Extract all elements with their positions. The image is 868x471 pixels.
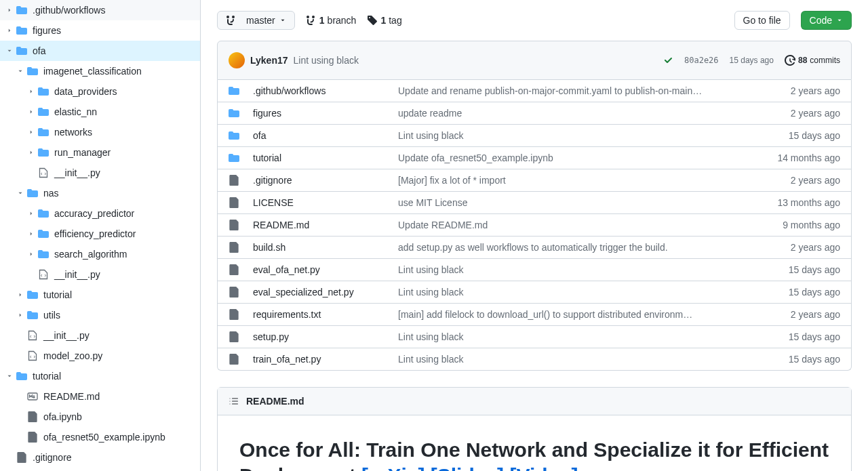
- commits-link[interactable]: 88 commits: [785, 55, 840, 66]
- commit-author[interactable]: Lyken17: [250, 55, 288, 66]
- readme-link-arxiv[interactable]: [arXiv]: [361, 464, 425, 472]
- tree-item[interactable]: tutorial: [0, 366, 200, 386]
- tree-item[interactable]: ofa_resnet50_example.ipynb: [0, 427, 200, 447]
- file-name-link[interactable]: tutorial: [253, 152, 281, 163]
- tree-item[interactable]: __init__.py: [0, 325, 200, 346]
- chevron-down-icon[interactable]: [16, 188, 24, 199]
- tree-item[interactable]: LICENSE: [0, 468, 200, 471]
- commit-sha[interactable]: 80a2e26: [684, 56, 719, 65]
- file-name-link[interactable]: README.md: [253, 220, 309, 230]
- commit-message-link[interactable]: [main] add filelock to download_url() to…: [398, 309, 759, 320]
- commit-message-link[interactable]: Lint using black: [398, 130, 759, 141]
- commit-message-link[interactable]: Lint using black: [398, 287, 759, 298]
- tree-item[interactable]: README.md: [0, 386, 200, 407]
- chevron-down-icon[interactable]: [5, 45, 14, 56]
- chevron-right-icon[interactable]: [27, 208, 35, 219]
- avatar[interactable]: [229, 52, 245, 68]
- check-icon[interactable]: [663, 55, 673, 66]
- file-name-link[interactable]: train_ofa_net.py: [253, 354, 321, 365]
- chevron-down-icon[interactable]: [5, 371, 14, 382]
- readme-link-slides[interactable]: [Slides]: [431, 464, 504, 472]
- tree-item[interactable]: __init__.py: [0, 163, 200, 183]
- tree-item[interactable]: accuracy_predictor: [0, 203, 200, 224]
- code-button[interactable]: Code: [801, 11, 852, 30]
- file-name-link[interactable]: ofa: [253, 130, 266, 141]
- commit-message-link[interactable]: Update ofa_resnet50_example.ipynb: [398, 152, 759, 163]
- tree-item[interactable]: search_algorithm: [0, 244, 200, 264]
- file-name-link[interactable]: eval_specialized_net.py: [253, 287, 354, 298]
- table-row: tutorialUpdate ofa_resnet50_example.ipyn…: [218, 146, 851, 169]
- file-tree-sidebar[interactable]: .github/workflowsfiguresofaimagenet_clas…: [0, 0, 201, 471]
- chevron-right-icon[interactable]: [27, 249, 35, 260]
- commit-message-link[interactable]: Lint using black: [398, 354, 759, 365]
- tree-item[interactable]: nas: [0, 183, 200, 203]
- file-name-link[interactable]: requirements.txt: [253, 309, 321, 320]
- file-name-link[interactable]: build.sh: [253, 242, 285, 253]
- commit-message-link[interactable]: use MIT License: [398, 197, 759, 208]
- tree-item[interactable]: elastic_nn: [0, 102, 200, 122]
- tree-label: utils: [43, 308, 60, 323]
- tree-item[interactable]: efficiency_predictor: [0, 224, 200, 244]
- commit-message-link[interactable]: add setup.py as well workflows to automa…: [398, 242, 759, 253]
- tags-link[interactable]: 1 tag: [367, 15, 401, 26]
- chevron-right-icon[interactable]: [27, 106, 35, 117]
- file-name-link[interactable]: LICENSE: [253, 197, 294, 208]
- chevron-right-icon[interactable]: [27, 228, 35, 239]
- commit-message-link[interactable]: [Major] fix a lot of * import: [398, 175, 759, 186]
- tree-item[interactable]: figures: [0, 20, 200, 41]
- chevron-right-icon[interactable]: [5, 25, 14, 36]
- go-to-file-button[interactable]: Go to file: [734, 11, 790, 30]
- tree-label: accuracy_predictor: [54, 206, 134, 221]
- table-row: figuresupdate readme2 years ago: [218, 102, 851, 124]
- file-name-link[interactable]: .gitignore: [253, 175, 292, 186]
- chevron-down-icon[interactable]: [16, 66, 24, 77]
- tree-item[interactable]: ofa: [0, 41, 200, 61]
- commit-message-link[interactable]: Lint using black: [398, 264, 759, 275]
- commit-message[interactable]: Lint using black: [294, 55, 359, 66]
- tree-item[interactable]: utils: [0, 305, 200, 325]
- tree-label: README.md: [43, 389, 100, 404]
- tree-item[interactable]: data_providers: [0, 81, 200, 102]
- folder-icon: [38, 86, 49, 97]
- chevron-right-icon[interactable]: [16, 310, 24, 321]
- list-icon[interactable]: [229, 396, 239, 407]
- chevron-spacer: [5, 452, 14, 463]
- folder-icon: [27, 289, 38, 300]
- tree-item[interactable]: imagenet_classification: [0, 61, 200, 81]
- file-icon: [229, 287, 239, 298]
- commit-message-link[interactable]: Lint using black: [398, 331, 759, 342]
- branch-select-button[interactable]: master: [217, 11, 295, 30]
- file-name-link[interactable]: figures: [253, 108, 281, 119]
- chevron-spacer: [16, 350, 24, 361]
- file-date: 2 years ago: [759, 309, 840, 320]
- table-row: .github/workflowsUpdate and rename publi…: [218, 80, 851, 102]
- chevron-right-icon[interactable]: [5, 5, 14, 16]
- file-name-link[interactable]: eval_ofa_net.py: [253, 264, 320, 275]
- file-date: 15 days ago: [759, 287, 840, 298]
- chevron-right-icon[interactable]: [27, 127, 35, 138]
- branches-link[interactable]: 1 branch: [306, 15, 357, 26]
- history-icon: [785, 55, 795, 66]
- folder-icon: [16, 5, 27, 16]
- chevron-right-icon[interactable]: [16, 289, 24, 300]
- tree-item[interactable]: .gitignore: [0, 447, 200, 468]
- file-name-link[interactable]: .github/workflows: [253, 85, 326, 96]
- commit-message-link[interactable]: Update and rename publish-on-major-commi…: [398, 85, 759, 96]
- chevron-right-icon[interactable]: [27, 147, 35, 158]
- commit-message-link[interactable]: Update README.md: [398, 220, 759, 230]
- folder-icon: [38, 147, 49, 158]
- readme-link-video[interactable]: [Video]: [509, 464, 578, 472]
- file-name-link[interactable]: setup.py: [253, 331, 289, 342]
- tree-item[interactable]: ofa.ipynb: [0, 407, 200, 427]
- tree-item[interactable]: tutorial: [0, 285, 200, 305]
- tree-item[interactable]: run_manager: [0, 142, 200, 163]
- tree-item[interactable]: .github/workflows: [0, 0, 200, 20]
- tree-item[interactable]: model_zoo.py: [0, 346, 200, 366]
- tree-item[interactable]: __init__.py: [0, 264, 200, 285]
- commit-message-link[interactable]: update readme: [398, 108, 759, 119]
- tree-label: search_algorithm: [54, 247, 127, 262]
- chevron-right-icon[interactable]: [27, 86, 35, 97]
- tree-item[interactable]: networks: [0, 122, 200, 142]
- tree-label: imagenet_classification: [43, 64, 142, 79]
- readme-filename[interactable]: README.md: [246, 396, 304, 407]
